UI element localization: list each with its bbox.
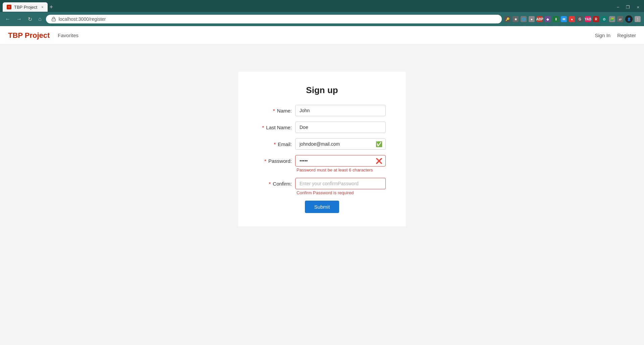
ext-red-icon: ● [569,16,575,22]
ext-dots-icon: ⋮ [635,16,641,22]
lastname-field-group: * Last Name: [258,122,386,133]
email-field-group: * Email: ✅ [258,138,386,150]
register-link[interactable]: Register [617,32,636,38]
email-input[interactable] [295,138,386,150]
name-input[interactable] [295,105,386,116]
new-tab-button[interactable]: + [50,4,53,11]
confirm-input-wrap [295,178,386,189]
password-required-star: * [264,158,266,164]
password-label: * Password: [258,158,292,164]
ext-green-icon: Ⅱ [553,16,559,22]
lastname-label: * Last Name: [258,125,292,130]
password-field-group: * Password: ❌ Password must be at least … [258,155,386,172]
confirm-label: * Confirm: [258,181,292,187]
nav-favorites[interactable]: Favorites [58,32,78,38]
ext-star-icon: ★ [513,16,519,22]
lastname-field-row: * Last Name: [258,122,386,133]
home-button[interactable]: ⌂ [37,15,43,23]
browser-chrome: T TBP Project × + − ❐ × ← → ↻ ⌂ localhos… [0,0,644,26]
ext-teal-icon: ⊙ [601,16,607,22]
lastname-input-wrap [295,122,386,133]
email-success-icon: ✅ [376,141,382,147]
password-input[interactable] [295,155,386,166]
nav-right: Sign In Register [595,32,636,38]
lastname-required-star: * [262,125,264,130]
ext-yab-icon: YAB [585,16,591,22]
back-button[interactable]: ← [3,15,12,23]
app-logo: TBP Project [8,31,50,40]
email-required-star: * [274,141,276,147]
tab-favicon: T [7,5,11,9]
lastname-input[interactable] [295,122,386,133]
extensions-row: 🔑 ★ 🌐 ● ABP ◈ Ⅱ ✉ ● G YAB R ⊙ 🧩 ▱ 👤 ⋮ [504,15,641,23]
tab-close-button[interactable]: × [41,5,43,9]
page-content: Sign up * Name: * Last Name: [0,45,644,345]
window-controls: − ❐ × [615,4,641,10]
ext-profile-icon: 👤 [625,15,633,23]
name-field-row: * Name: [258,105,386,116]
submit-button[interactable]: Submit [305,201,339,213]
confirm-field-row: * Confirm: [258,178,386,189]
confirm-field-group: * Confirm: Confirm Password is required [258,178,386,195]
address-bar-row: ← → ↻ ⌂ localhost:3000/register 🔑 ★ 🌐 ● … [0,12,644,26]
minimize-button[interactable]: − [615,4,622,10]
svg-rect-0 [52,19,55,21]
maximize-button[interactable]: ❐ [624,4,632,10]
ext-g-icon: G [577,16,583,22]
confirm-required-star: * [269,181,271,187]
reload-button[interactable]: ↻ [26,15,34,23]
lock-icon [51,17,56,21]
ext-blue-icon: ✉ [561,16,567,22]
tab-title: TBP Project [14,5,37,10]
browser-tab[interactable]: T TBP Project × [3,2,48,12]
ext-r-icon: R [593,16,599,22]
register-form-card: Sign up * Name: * Last Name: [238,72,406,226]
forward-button[interactable]: → [15,15,23,23]
signin-link[interactable]: Sign In [595,32,610,38]
ext-puzzle-icon: 🧩 [609,16,615,22]
email-input-wrap: ✅ [295,138,386,150]
confirm-error-msg: Confirm Password is required [297,190,386,195]
app-navbar: TBP Project Favorites Sign In Register [0,26,644,45]
password-input-wrap: ❌ [295,155,386,166]
close-button[interactable]: × [635,4,641,10]
name-input-wrap [295,105,386,116]
confirm-input[interactable] [295,178,386,189]
url-text: localhost:3000/register [59,16,106,22]
ext-purple-icon: ◈ [545,16,551,22]
name-field-group: * Name: [258,105,386,116]
ext-circle-icon: ● [529,16,535,22]
ext-cast-icon: ▱ [617,16,623,22]
password-field-row: * Password: ❌ [258,155,386,166]
ext-abp-icon: ABP [537,16,543,22]
email-label: * Email: [258,141,292,147]
name-label: * Name: [258,108,292,114]
address-bar[interactable]: localhost:3000/register [46,15,502,23]
password-error-icon: ❌ [376,158,382,164]
password-error-msg: Password must be at least 6 characters [297,167,386,172]
tab-bar: T TBP Project × + − ❐ × [0,0,644,12]
form-title: Sign up [258,85,386,95]
ext-globe-icon: 🌐 [521,16,527,22]
email-field-row: * Email: ✅ [258,138,386,150]
name-required-star: * [273,108,275,114]
ext-key-icon: 🔑 [504,16,511,22]
